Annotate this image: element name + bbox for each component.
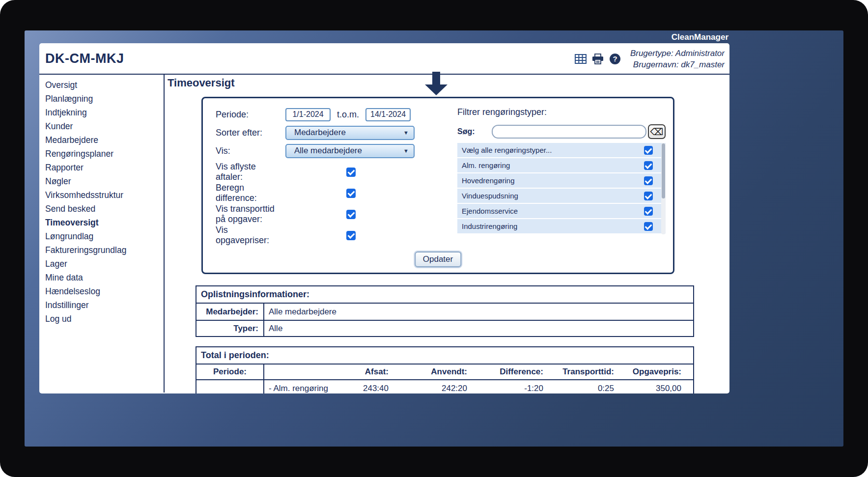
type-row-hovedrengoering[interactable]: Hovedrengøring <box>457 173 666 188</box>
periode-to-input[interactable] <box>365 108 411 121</box>
type-row-industrirengoering[interactable]: Industrirengøring <box>457 219 666 233</box>
sidebar-item-mine-data[interactable]: Mine data <box>39 271 164 284</box>
sidebar-item-rengoeringsplaner[interactable]: Rengøringsplaner <box>39 147 164 161</box>
type-checkbox[interactable] <box>644 207 653 216</box>
vis-opgavepriser-label: Vis opgavepriser: <box>216 225 285 246</box>
sidebar-item-indtjekning[interactable]: Indtjekning <box>39 106 164 119</box>
total-table-header: Periode: Afsat: Anvendt: Difference: Tra… <box>196 365 693 380</box>
type-label: Hovedrengøring <box>462 176 515 185</box>
type-checkbox[interactable] <box>644 146 653 155</box>
sidebar-item-planlaegning[interactable]: Planlægning <box>39 92 164 106</box>
type-label: Vælg alle rengøringstyper... <box>462 146 552 154</box>
cell-type: - Alm. rengøring <box>264 380 345 393</box>
total-table: Total i perioden: Periode: Afsat: Anvend… <box>196 346 694 393</box>
update-button[interactable]: Opdater <box>415 252 461 267</box>
cleaning-type-list: Vælg alle rengøringstyper... Alm. rengør… <box>457 143 666 234</box>
scrollbar-thumb[interactable] <box>662 143 665 198</box>
sidebar-item-medarbejdere[interactable]: Medarbejdere <box>39 133 164 147</box>
table-icon[interactable] <box>574 53 587 65</box>
header-transporttid: Transporttid: <box>549 365 620 379</box>
medarbejder-label: Medarbejder: <box>196 304 264 320</box>
sidebar-item-faktureringsgrundlag[interactable]: Faktureringsgrundlag <box>39 243 164 257</box>
beregn-difference-label: Beregn difference: <box>216 183 285 203</box>
sidebar-item-noegler[interactable]: Nøgler <box>39 174 164 188</box>
sidebar-item-kunder[interactable]: Kunder <box>39 119 164 133</box>
search-input[interactable] <box>492 125 646 139</box>
vis-row: Vis: Alle medarbejdere ▼ <box>216 143 436 158</box>
vis-dropdown-value: Alle medarbejdere <box>294 146 362 156</box>
sidebar-item-send-besked[interactable]: Send besked <box>39 202 164 216</box>
periode-row: Periode: t.o.m. <box>216 107 436 122</box>
filter-panel: Periode: t.o.m. Sorter efter: Medarbejde… <box>201 97 674 274</box>
type-checkbox[interactable] <box>644 192 653 200</box>
window-body: Oversigt Planlægning Indtjekning Kunder … <box>39 75 729 393</box>
type-row-vinduespudsning[interactable]: Vinduespudsning <box>457 189 666 203</box>
search-label: Søg: <box>457 127 492 136</box>
sidebar-item-lager[interactable]: Lager <box>39 257 164 271</box>
help-icon[interactable]: ? <box>609 53 621 65</box>
filter-form-right: Filtrer rengøringstyper: Søg: ⌫ Vælg all… <box>457 107 666 273</box>
clear-search-button[interactable]: ⌫ <box>648 124 666 139</box>
sidebar-item-haendelseslog[interactable]: Hændelseslog <box>39 284 164 298</box>
beregn-difference-checkbox[interactable] <box>346 189 356 198</box>
cell-difference: -1:20 <box>473 380 549 393</box>
type-label: Vinduespudsning <box>462 192 518 200</box>
vis-transporttid-label: Vis transporttid på opgaver: <box>216 204 285 224</box>
sidebar-item-virksomhedsstruktur[interactable]: Virksomhedsstruktur <box>39 188 164 202</box>
type-row-ejendomsservice[interactable]: Ejendomsservice <box>457 204 666 218</box>
header-anvendt: Anvendt: <box>394 365 473 379</box>
tom-label: t.o.m. <box>337 110 359 120</box>
clear-search-icon: ⌫ <box>650 126 664 138</box>
sidebar-item-log-ud[interactable]: Log ud <box>39 312 164 326</box>
header-opgavepris: Opgavepris: <box>620 365 687 379</box>
type-label: Ejendomsservice <box>462 207 518 215</box>
app-window: DK-CM-MKJ <box>39 43 729 393</box>
type-row-select-all[interactable]: Vælg alle rengøringstyper... <box>457 143 666 157</box>
chevron-down-icon: ▼ <box>403 130 409 136</box>
type-label: Industrirengøring <box>462 222 517 230</box>
periode-label: Periode: <box>216 110 285 120</box>
type-checkbox[interactable] <box>644 161 653 170</box>
type-checkbox[interactable] <box>644 222 653 231</box>
vis-opgavepriser-checkbox[interactable] <box>346 231 356 240</box>
filter-types-title: Filtrer rengøringstyper: <box>457 107 666 119</box>
vis-dropdown[interactable]: Alle medarbejdere ▼ <box>285 144 415 158</box>
sorter-dropdown[interactable]: Medarbejdere ▼ <box>285 126 415 140</box>
sidebar: Oversigt Planlægning Indtjekning Kunder … <box>39 75 165 393</box>
vis-opgavepriser-row: Vis opgavepriser: <box>216 225 436 246</box>
type-row-alm-rengoering[interactable]: Alm. rengøring <box>457 158 666 172</box>
sidebar-item-oversigt[interactable]: Oversigt <box>39 78 164 92</box>
type-label: Alm. rengøring <box>462 161 510 169</box>
sidebar-item-timeoversigt[interactable]: Timeoversigt <box>39 216 164 229</box>
periode-from-input[interactable] <box>285 108 331 121</box>
vis-label: Vis: <box>216 146 285 156</box>
sorter-row: Sorter efter: Medarbejdere ▼ <box>216 125 436 140</box>
type-checkbox[interactable] <box>644 176 653 185</box>
cleanmanager-brand: CleanManager <box>672 32 728 42</box>
chevron-down-icon: ▼ <box>403 148 409 154</box>
total-table-title: Total i perioden: <box>196 347 693 365</box>
print-icon[interactable] <box>591 53 604 65</box>
type-list-scrollbar[interactable] <box>661 143 666 234</box>
search-row: Søg: ⌫ <box>457 124 666 140</box>
sidebar-item-rapporter[interactable]: Rapporter <box>39 161 164 174</box>
typer-value: Alle <box>264 321 282 336</box>
sorter-dropdown-value: Medarbejdere <box>294 128 346 138</box>
sidebar-item-indstillinger[interactable]: Indstillinger <box>39 298 164 312</box>
sorter-label: Sorter efter: <box>216 128 285 138</box>
cell-periode <box>196 380 264 393</box>
vis-aflyste-row: Vis aflyste aftaler: <box>216 162 436 182</box>
username-label: Brugernavn: dk7_master <box>630 59 725 70</box>
vis-transporttid-checkbox[interactable] <box>346 210 356 219</box>
typer-label: Typer: <box>196 321 264 336</box>
table-row: - Alm. rengøring 243:40 242:20 -1:20 0:2… <box>196 380 693 393</box>
table-row: Typer: Alle <box>196 320 693 336</box>
filter-form-left: Periode: t.o.m. Sorter efter: Medarbejde… <box>216 107 436 273</box>
vis-aflyste-checkbox[interactable] <box>346 168 356 177</box>
header-afsat: Afsat: <box>264 365 394 379</box>
main-content: Timeoversigt Periode: t.o.m. <box>165 75 729 393</box>
header-periode: Periode: <box>196 365 264 379</box>
page-title: Timeoversigt <box>168 77 235 89</box>
device-frame: CleanManager DK-CM-MKJ <box>0 0 868 477</box>
sidebar-item-loengrundlag[interactable]: Løngrundlag <box>39 229 164 243</box>
